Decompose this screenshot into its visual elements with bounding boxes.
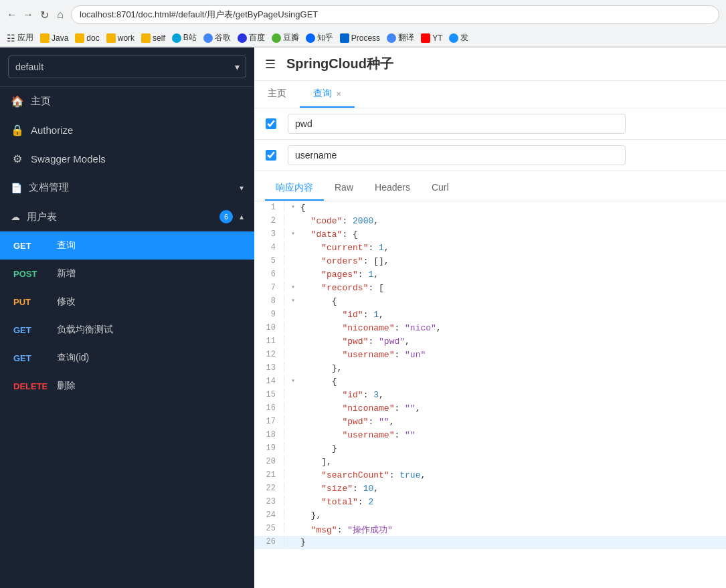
line-toggle[interactable]: ▾	[291, 295, 300, 304]
api-delete[interactable]: DELETE 删除	[0, 372, 254, 400]
code-line: 23 "total": 2	[254, 496, 726, 509]
line-toggle	[291, 482, 300, 484]
line-number: 25	[254, 522, 284, 533]
line-number: 26	[254, 536, 284, 547]
code-line: 12 "username": "un"	[254, 349, 726, 362]
api-get-loadbalance[interactable]: GET 负载均衡测试	[0, 316, 254, 344]
endpoint-label: 修改	[57, 296, 76, 308]
sidebar-section-doc[interactable]: 📄 文档管理 ▾	[0, 173, 254, 202]
bookmark-work[interactable]: work	[106, 33, 134, 43]
bookmark-bilibili[interactable]: B站	[172, 32, 197, 43]
tab-query[interactable]: 查询 ✕	[300, 81, 355, 108]
tab-home-label: 主页	[268, 88, 286, 100]
code-line: 7▾ "records": [	[254, 282, 726, 295]
forward-button[interactable]: →	[23, 9, 33, 20]
api-put-edit[interactable]: PUT 修改	[0, 288, 254, 316]
line-number: 2	[254, 215, 284, 225]
doc-icon: 📄	[11, 183, 22, 193]
line-number: 16	[254, 402, 284, 413]
sidebar-item-home[interactable]: 🏠 主页	[0, 87, 254, 116]
line-toggle	[291, 415, 300, 417]
bookmark-apps[interactable]: ☷ 应用	[7, 32, 33, 43]
api-get-query-id[interactable]: GET 查询(id)	[0, 344, 254, 372]
bookmark-process[interactable]: Process	[340, 33, 380, 43]
line-toggle	[291, 215, 300, 216]
bookmark-translate[interactable]: 翻译	[387, 32, 414, 43]
line-toggle	[291, 536, 300, 537]
bookmark-fa[interactable]: 发	[449, 32, 468, 43]
response-tab-content[interactable]: 响应内容	[265, 177, 324, 201]
line-toggle[interactable]: ▾	[291, 228, 300, 237]
line-number: 8	[254, 295, 284, 306]
response-tab-headers-label: Headers	[375, 182, 410, 193]
sidebar-swagger-label: Swagger Models	[31, 153, 106, 165]
app-title: SpringCloud种子	[286, 55, 393, 73]
param-input-pwd[interactable]	[288, 114, 626, 134]
back-button[interactable]: ←	[7, 9, 17, 20]
line-content: "username": ""	[300, 429, 726, 440]
tab-home[interactable]: 主页	[254, 81, 300, 108]
api-get-query[interactable]: GET 查询	[0, 231, 254, 260]
code-line: 1▾{	[254, 201, 726, 215]
bookmark-baidu[interactable]: 百度	[238, 32, 265, 43]
endpoint-label: 查询(id)	[57, 352, 89, 364]
param-checkbox-username[interactable]	[254, 150, 288, 161]
refresh-button[interactable]: ↻	[39, 9, 50, 20]
param-checkbox-pwd[interactable]	[254, 118, 288, 129]
line-content: "total": 2	[300, 496, 726, 507]
bookmark-zhihu[interactable]: 知乎	[306, 32, 333, 43]
sidebar-select[interactable]: default	[8, 56, 246, 78]
code-area: 1▾{2 "code": 2000,3▾ "data": {4 "current…	[254, 201, 726, 549]
line-content: ],	[300, 456, 726, 467]
line-toggle	[291, 362, 300, 363]
line-number: 6	[254, 268, 284, 279]
code-line: 17 "pwd": "",	[254, 415, 726, 429]
line-number: 1	[254, 201, 284, 212]
bookmark-youtube[interactable]: YT	[421, 33, 442, 43]
bookmark-self[interactable]: self	[141, 33, 165, 43]
sidebar-section-user[interactable]: ☁ 用户表 6 ▴	[0, 202, 254, 231]
bookmark-google[interactable]: 谷歌	[203, 32, 231, 43]
line-content: "id": 1,	[300, 308, 726, 320]
line-content: }	[300, 536, 726, 547]
response-tab-raw[interactable]: Raw	[324, 177, 364, 201]
line-toggle	[291, 241, 300, 243]
code-line: 11 "pwd": "pwd",	[254, 335, 726, 349]
bookmark-doc[interactable]: doc	[75, 33, 99, 43]
param-input-username[interactable]	[288, 145, 626, 165]
code-line: 2 "code": 2000,	[254, 215, 726, 228]
line-toggle	[291, 335, 300, 336]
method-label: DELETE	[13, 381, 50, 391]
line-toggle	[291, 456, 300, 457]
response-tab-curl[interactable]: Curl	[421, 177, 460, 201]
line-toggle[interactable]: ▾	[291, 201, 300, 211]
menu-icon[interactable]: ☰	[265, 57, 276, 72]
bookmark-java[interactable]: Java	[40, 33, 68, 43]
method-label: GET	[13, 353, 50, 363]
line-content: },	[300, 362, 726, 373]
line-toggle	[291, 349, 300, 350]
url-bar[interactable]: localhost:8701/doc.html#/default/用户表/get…	[71, 5, 719, 24]
code-line: 10 "niconame": "nico",	[254, 322, 726, 335]
response-tab-headers[interactable]: Headers	[364, 177, 421, 201]
line-toggle	[291, 268, 300, 270]
line-content: "searchCount": true,	[300, 469, 726, 480]
checkbox-pwd[interactable]	[266, 118, 276, 129]
sidebar-item-swagger[interactable]: ⚙ Swagger Models	[0, 144, 254, 173]
chevron-up-icon: ▴	[240, 212, 244, 221]
line-content: "records": [	[300, 282, 726, 293]
method-label: PUT	[13, 297, 50, 307]
checkbox-username[interactable]	[266, 150, 276, 161]
code-line: 5 "orders": [],	[254, 255, 726, 268]
tab-close-icon[interactable]: ✕	[336, 90, 341, 98]
code-line: 4 "current": 1,	[254, 241, 726, 255]
code-line: 16 "niconame": "",	[254, 402, 726, 415]
api-post-add[interactable]: POST 新增	[0, 260, 254, 288]
home-button[interactable]: ⌂	[55, 9, 66, 20]
line-toggle[interactable]: ▾	[291, 375, 300, 385]
line-toggle[interactable]: ▾	[291, 282, 300, 291]
gear-icon: ⚙	[11, 153, 24, 165]
param-row-username	[254, 140, 726, 171]
bookmark-douban[interactable]: 豆瓣	[272, 32, 299, 43]
sidebar-item-authorize[interactable]: 🔒 Authorize	[0, 116, 254, 144]
